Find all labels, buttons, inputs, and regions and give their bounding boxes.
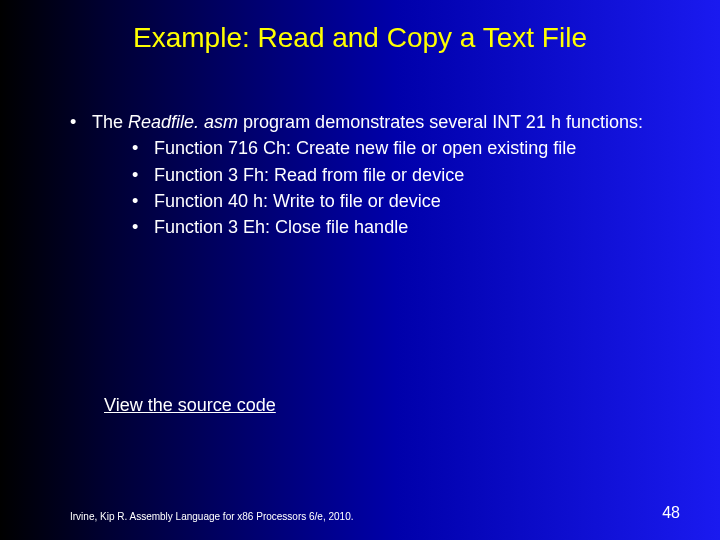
bullet-dot: •: [132, 163, 154, 187]
page-number: 48: [662, 504, 680, 522]
bullet-dot: •: [132, 215, 154, 239]
slide-title: Example: Read and Copy a Text File: [0, 22, 720, 54]
bullet-main: • The Readfile. asm program demonstrates…: [70, 110, 670, 241]
bullet-dot: •: [70, 110, 92, 241]
intro-prefix: The: [92, 112, 128, 132]
sub-bullet: • Function 3 Fh: Read from file or devic…: [132, 163, 670, 187]
slide: Example: Read and Copy a Text File • The…: [0, 0, 720, 540]
sub-bullet: • Function 716 Ch: Create new file or op…: [132, 136, 670, 160]
bullet-main-text: The Readfile. asm program demonstrates s…: [92, 110, 670, 241]
sub-bullet-text: Function 716 Ch: Create new file or open…: [154, 136, 670, 160]
intro-italic: Readfile. asm: [128, 112, 238, 132]
sub-list: • Function 716 Ch: Create new file or op…: [132, 136, 670, 239]
sub-bullet: • Function 40 h: Write to file or device: [132, 189, 670, 213]
sub-bullet-text: Function 3 Eh: Close file handle: [154, 215, 670, 239]
bullet-dot: •: [132, 136, 154, 160]
sub-bullet: • Function 3 Eh: Close file handle: [132, 215, 670, 239]
view-source-link[interactable]: View the source code: [104, 395, 276, 416]
sub-bullet-text: Function 3 Fh: Read from file or device: [154, 163, 670, 187]
sub-bullet-text: Function 40 h: Write to file or device: [154, 189, 670, 213]
intro-suffix: program demonstrates several INT 21 h fu…: [238, 112, 643, 132]
content-area: • The Readfile. asm program demonstrates…: [70, 110, 670, 243]
footer-citation: Irvine, Kip R. Assembly Language for x86…: [70, 511, 354, 522]
bullet-dot: •: [132, 189, 154, 213]
